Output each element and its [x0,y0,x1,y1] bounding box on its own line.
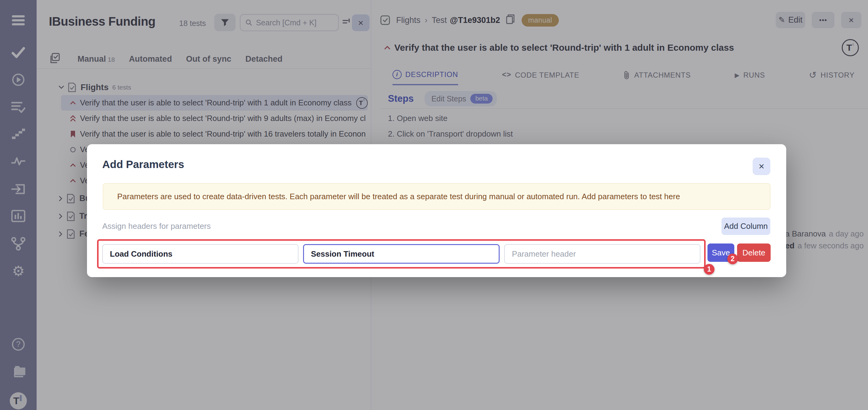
add-parameters-modal: Add Parameters × Parameters are used to … [87,144,786,277]
parameter-headers-row-annotated [97,239,706,268]
parameter-header-input-3[interactable] [504,244,701,264]
modal-close-button[interactable]: × [753,158,770,175]
app-root: ⚙ ? T▌ IBusiness Funding 18 tests × [0,0,868,410]
delete-button[interactable]: Delete [737,243,771,262]
parameter-header-input-1[interactable] [102,244,299,264]
parameters-info-banner: Parameters are used to create data-drive… [103,183,770,210]
annotation-badge-2: 2 [727,254,738,264]
modal-title: Add Parameters [102,158,184,171]
parameter-header-input-2[interactable] [303,244,500,264]
add-column-button[interactable]: Add Column [721,217,770,235]
assign-headers-label: Assign headers for parameters [102,222,211,231]
close-icon: × [759,161,765,172]
annotation-badge-1: 1 [704,264,714,275]
